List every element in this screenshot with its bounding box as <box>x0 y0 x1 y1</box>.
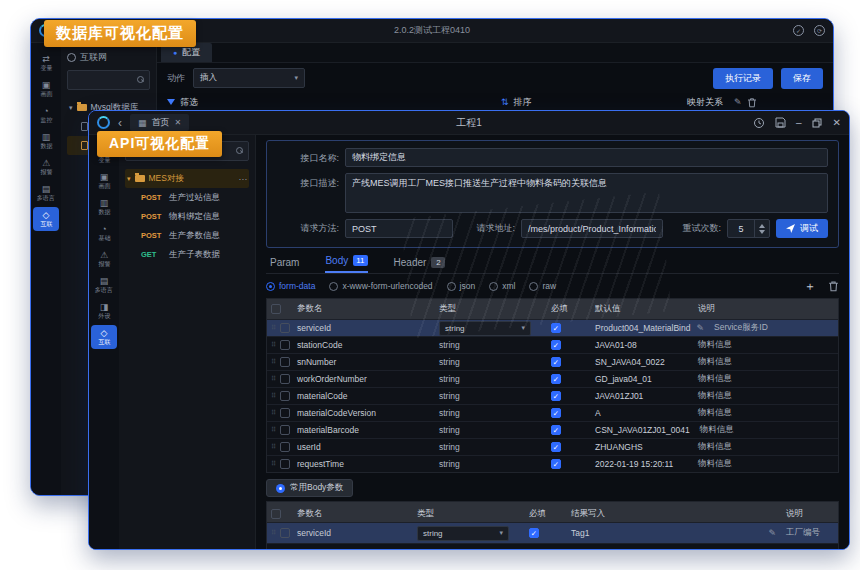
table-row[interactable]: ⠿ serviceId string▾ ✓ Product004_Materia… <box>267 319 838 336</box>
drag-handle[interactable]: ⠿ <box>271 392 275 400</box>
edit-icon[interactable]: ✎ <box>734 97 742 107</box>
retry-input[interactable] <box>728 224 754 234</box>
rail-item-interconnect[interactable]: ◇互联 <box>33 207 59 231</box>
edit-icon[interactable]: ✎ <box>696 323 704 333</box>
rail-item-peripheral[interactable]: ◨外设 <box>91 299 117 323</box>
table-row[interactable]: ⠿ userId string ✓ ZHUANGHS 物料信息 <box>267 438 838 455</box>
drag-handle[interactable]: ⠿ <box>271 358 275 366</box>
required-checkbox[interactable]: ✓ <box>551 374 561 384</box>
table-row[interactable]: ⠿ serviceId string▾ ✓ Tag1✎ 工厂编号 <box>267 522 838 543</box>
more-actions-icon[interactable]: ⋯ <box>239 174 248 184</box>
api-desc-textarea[interactable]: 产线MES调用工厂MES接口推送生产过程中物料条码的关联信息 <box>345 173 828 213</box>
tab-header[interactable]: Header2 <box>394 257 446 273</box>
type-select[interactable]: string▾ <box>439 321 531 336</box>
tab-home[interactable]: ▦ 首页 ✕ <box>130 114 189 131</box>
tree-item-api[interactable]: POST物料绑定信息 <box>125 207 249 226</box>
row-checkbox[interactable] <box>280 391 290 401</box>
radio-raw[interactable]: raw <box>529 281 556 291</box>
required-checkbox[interactable]: ✓ <box>529 528 539 538</box>
drag-handle[interactable]: ⠿ <box>271 324 275 332</box>
row-checkbox[interactable] <box>280 442 290 452</box>
row-checkbox[interactable] <box>280 459 290 469</box>
row-checkbox[interactable] <box>280 340 290 350</box>
add-param-button[interactable]: ＋ <box>804 278 816 295</box>
row-checkbox[interactable] <box>280 408 290 418</box>
table-row[interactable]: ⠿ materialCodeVersion string ✓ A 物料信息 <box>267 404 838 421</box>
drag-handle[interactable]: ⠿ <box>271 529 275 537</box>
required-checkbox[interactable]: ✓ <box>551 425 561 435</box>
w1-search-input[interactable] <box>67 70 150 90</box>
table-row[interactable]: ⠿ stationCode string ✓ Tag2 产线编号 <box>267 543 838 549</box>
run-record-button[interactable]: 执行记录 <box>713 68 773 89</box>
type-select[interactable]: string▾ <box>417 526 509 541</box>
rail-item-data[interactable]: ▥数据 <box>33 129 59 153</box>
minimize-button[interactable]: – <box>796 117 802 128</box>
trash-icon[interactable] <box>747 97 757 108</box>
table-row[interactable]: ⠿ materialCode string ✓ JAVA01ZJ01 物料信息 <box>267 387 838 404</box>
drag-handle[interactable]: ⠿ <box>271 341 275 349</box>
radio-xml[interactable]: xml <box>489 281 515 291</box>
drag-handle[interactable]: ⠿ <box>271 375 275 383</box>
drag-handle[interactable]: ⠿ <box>271 426 275 434</box>
tree-item-api[interactable]: POST生产过站信息 <box>125 188 249 207</box>
required-checkbox[interactable]: ✓ <box>551 408 561 418</box>
drag-handle[interactable]: ⠿ <box>271 460 275 468</box>
step-down-icon[interactable] <box>759 230 765 234</box>
table-row[interactable]: ⠿ materialBarcode string ✓ CSN_JAVA01ZJ0… <box>267 421 838 438</box>
rail-item-alarm[interactable]: ⚠报警 <box>91 247 117 271</box>
required-checkbox[interactable]: ✓ <box>551 459 561 469</box>
row-checkbox[interactable] <box>280 323 290 333</box>
common-body-params-chip[interactable]: 常用Body参数 <box>266 479 353 497</box>
method-input[interactable] <box>345 219 453 238</box>
step-up-icon[interactable] <box>759 224 765 228</box>
row-checkbox[interactable] <box>280 357 290 367</box>
required-checkbox[interactable]: ✓ <box>551 323 561 333</box>
rail-item-screens[interactable]: ▣画面 <box>91 169 117 193</box>
close-button[interactable]: ✕ <box>833 117 841 128</box>
tab-body[interactable]: Body11 <box>325 255 367 273</box>
verify-icon[interactable]: ✓ <box>793 25 804 36</box>
radio-form-data[interactable]: form-data <box>266 281 315 291</box>
required-checkbox[interactable]: ✓ <box>551 442 561 452</box>
required-checkbox[interactable]: ✓ <box>551 357 561 367</box>
radio-urlencoded[interactable]: x-www-form-urlencoded <box>329 281 432 291</box>
rail-item-monitor[interactable]: ◔监控 <box>33 103 59 127</box>
rail-item-language[interactable]: ▤多语言 <box>33 181 59 205</box>
table-row[interactable]: ⠿ requestTime string ✓ 2022-01-19 15:20:… <box>267 455 838 472</box>
rail-item-interconnect[interactable]: ◇互联 <box>91 325 117 349</box>
drag-handle[interactable]: ⠿ <box>271 443 275 451</box>
rail-item-screens[interactable]: ▣画面 <box>33 77 59 101</box>
tab-param[interactable]: Param <box>270 257 299 273</box>
select-all-checkbox[interactable] <box>271 304 281 314</box>
restore-button[interactable] <box>812 118 823 128</box>
api-name-input[interactable] <box>345 148 828 167</box>
tree-item-api[interactable]: GET生产子表数据 <box>125 245 249 264</box>
rail-item-data[interactable]: ▥数据 <box>91 195 117 219</box>
history-icon[interactable] <box>753 117 765 129</box>
rail-item-language[interactable]: ▤多语言 <box>91 273 117 297</box>
close-tab-icon[interactable]: ✕ <box>175 118 182 127</box>
table-row[interactable]: ⠿ stationCode string ✓ JAVA01-08 物料信息 <box>267 336 838 353</box>
radio-json[interactable]: json <box>447 281 476 291</box>
drag-handle[interactable]: ⠿ <box>271 409 275 417</box>
select-all-checkbox[interactable] <box>271 509 281 519</box>
row-checkbox[interactable] <box>280 374 290 384</box>
table-row[interactable]: ⠿ workOrderNumber string ✓ GD_java04_01 … <box>267 370 838 387</box>
delete-param-button[interactable] <box>828 280 839 292</box>
row-checkbox[interactable] <box>280 528 290 538</box>
action-select[interactable]: 插入▾ <box>193 68 305 88</box>
retry-stepper[interactable] <box>727 219 770 238</box>
row-checkbox[interactable] <box>280 425 290 435</box>
rail-item-alarm[interactable]: ⚠报警 <box>33 155 59 179</box>
required-checkbox[interactable]: ✓ <box>551 391 561 401</box>
edit-icon[interactable]: ✎ <box>768 528 776 538</box>
save-button[interactable]: 保存 <box>781 68 823 89</box>
back-icon[interactable]: ‹ <box>118 116 122 130</box>
url-input[interactable] <box>521 219 663 238</box>
required-checkbox[interactable]: ✓ <box>551 340 561 350</box>
debug-button[interactable]: 调试 <box>776 219 828 238</box>
tree-folder-mes[interactable]: ▾MES对接⋯ <box>125 169 249 188</box>
tree-item-api[interactable]: POST生产参数信息 <box>125 226 249 245</box>
save-icon[interactable] <box>775 117 786 128</box>
sync-icon[interactable]: ⟳ <box>814 25 825 36</box>
